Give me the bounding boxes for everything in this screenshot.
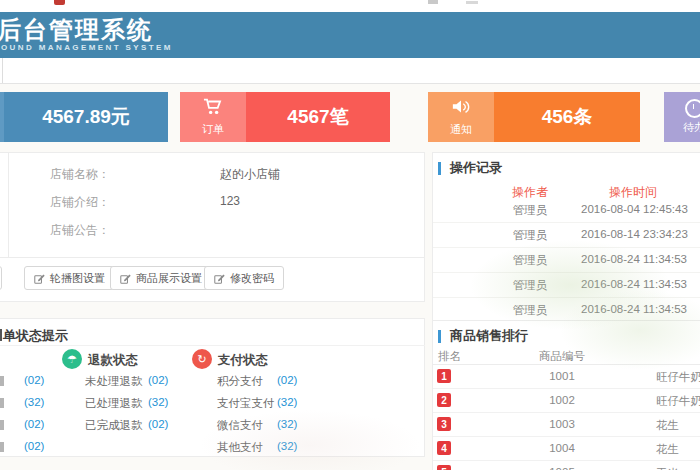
edit-icon bbox=[120, 273, 131, 284]
page-subtitle: OUND MANAGEMENT SYSTEM bbox=[1, 43, 173, 52]
op-user: 管理员 bbox=[495, 303, 565, 318]
carousel-settings-button[interactable]: 轮播图设置 bbox=[24, 266, 115, 290]
op-time: 2016-08-24 11:34:53 bbox=[581, 278, 685, 290]
op-user: 管理员 bbox=[495, 228, 565, 243]
card-label: 待办 bbox=[683, 120, 700, 135]
status-count-link[interactable]: (02) bbox=[148, 418, 168, 430]
rank-product-name: 花生 bbox=[656, 442, 679, 457]
status-group-name: 支付状态 bbox=[218, 352, 268, 369]
status-count-link[interactable]: (02) bbox=[148, 374, 168, 386]
card-icon-strip: 待办 bbox=[664, 92, 700, 142]
status-count-link[interactable]: (32) bbox=[277, 418, 297, 430]
status-label: 微信支付 bbox=[217, 418, 263, 433]
status-count-link[interactable]: (02) bbox=[24, 374, 44, 386]
op-time: 2016-08-24 11:34:53 bbox=[581, 303, 685, 315]
op-record-row: 管理员2016-08-24 11:34:53 bbox=[433, 247, 700, 273]
umbrella-icon: ☂ bbox=[62, 349, 82, 369]
page: 后台管理系统 OUND MANAGEMENT SYSTEM 4567.89元 订… bbox=[0, 0, 700, 470]
cart-icon bbox=[202, 97, 224, 120]
nav-item-sliver bbox=[2, 58, 3, 83]
card-value: 4567笔 bbox=[246, 92, 390, 142]
status-label: 其他支付 bbox=[217, 440, 263, 455]
edit-icon bbox=[214, 273, 225, 284]
status-label: 支付宝支付 bbox=[217, 396, 275, 411]
op-time: 2016-08-24 11:34:53 bbox=[581, 253, 685, 265]
rank-badge: 3 bbox=[437, 417, 451, 431]
status-count-link[interactable]: (32) bbox=[277, 396, 297, 408]
edit-icon bbox=[34, 273, 45, 284]
status-count-link[interactable]: (02) bbox=[277, 374, 297, 386]
accent-bar bbox=[438, 162, 441, 175]
shop-info-label: 店铺介绍： bbox=[50, 194, 110, 211]
browser-ui-sliver bbox=[466, 1, 478, 4]
sales-rank-row: 51005玉米 bbox=[433, 460, 700, 470]
rank-product-name: 旺仔牛奶 bbox=[656, 370, 700, 385]
refresh-icon: ↻ bbox=[192, 349, 212, 369]
stat-card-sales[interactable]: 4567.89元 bbox=[0, 92, 168, 142]
shop-panel-divider bbox=[8, 153, 9, 257]
shop-info-label: 店铺名称： bbox=[50, 166, 110, 183]
op-user: 管理员 bbox=[495, 253, 565, 268]
page-title: 后台管理系统 bbox=[0, 14, 153, 46]
sales-rank-row: 21002旺仔牛奶 bbox=[433, 388, 700, 413]
card-value: 4567.89元 bbox=[4, 92, 168, 142]
status-count-link[interactable]: (02) bbox=[24, 440, 44, 452]
sales-rank-row: 31003花生 bbox=[433, 412, 700, 437]
browser-ui-sliver bbox=[428, 0, 438, 4]
topbar bbox=[0, 0, 700, 12]
status-count-link[interactable]: (02) bbox=[24, 418, 44, 430]
clipped-settings-button[interactable] bbox=[0, 266, 2, 290]
card-label: 通知 bbox=[450, 122, 472, 137]
rank-sku: 1003 bbox=[522, 418, 602, 430]
shop-info-label: 店铺公告： bbox=[50, 222, 110, 239]
rank-product-name: 花生 bbox=[656, 418, 679, 433]
nav-strip bbox=[0, 58, 700, 84]
sales-rank-row: 41004花生 bbox=[433, 436, 700, 461]
speaker-icon bbox=[450, 97, 472, 120]
status-label: 已处理退款 bbox=[85, 396, 143, 411]
op-record-row: 管理员2016-08-24 11:34:53 bbox=[433, 272, 700, 298]
rank-col-header-rank: 排名 bbox=[438, 349, 461, 364]
clipped-label-sliver bbox=[0, 442, 4, 452]
status-count-link[interactable]: (32) bbox=[148, 396, 168, 408]
clock-icon bbox=[685, 99, 700, 118]
shop-info-value: 123 bbox=[220, 194, 240, 208]
rank-badge: 4 bbox=[437, 441, 451, 455]
status-count-link[interactable]: (32) bbox=[24, 396, 44, 408]
sales-rank-row: 11001旺仔牛奶 bbox=[433, 364, 700, 389]
op-time: 2016-08-14 23:34:23 bbox=[581, 228, 685, 240]
card-icon-strip: 订单 bbox=[180, 92, 246, 142]
browser-favicon-sliver bbox=[54, 0, 65, 5]
rank-badge: 2 bbox=[437, 393, 451, 407]
stat-card-orders[interactable]: 订单 4567笔 bbox=[180, 92, 390, 142]
accent-bar bbox=[438, 330, 441, 343]
order-status-title: 单状态提示 bbox=[3, 327, 68, 345]
sales-rank-title: 商品销售排行 bbox=[450, 327, 528, 345]
card-label: 订单 bbox=[202, 122, 224, 137]
status-label: 未处理退款 bbox=[85, 374, 143, 389]
change-password-button[interactable]: 修改密码 bbox=[204, 266, 284, 290]
product-display-settings-button[interactable]: 商品展示设置 bbox=[110, 266, 212, 290]
button-label: 修改密码 bbox=[230, 271, 274, 286]
status-label: 积分支付 bbox=[217, 374, 263, 389]
card-value: 456条 bbox=[494, 92, 640, 142]
status-group-name: 退款状态 bbox=[88, 352, 138, 369]
status-count-link[interactable]: (32) bbox=[277, 440, 297, 452]
clipped-char-sliver bbox=[0, 329, 2, 341]
button-label: 轮播图设置 bbox=[50, 271, 105, 286]
rank-col-header-sku: 商品编号 bbox=[522, 349, 602, 364]
op-time: 2016-08-04 12:45:43 bbox=[581, 203, 685, 215]
clipped-label-sliver bbox=[0, 376, 4, 386]
divider bbox=[0, 345, 425, 346]
stat-card-pending[interactable]: 待办 bbox=[664, 92, 700, 142]
clipped-label-sliver bbox=[0, 420, 4, 430]
stat-card-notice[interactable]: 通知 456条 bbox=[428, 92, 640, 142]
rank-sku: 1004 bbox=[522, 442, 602, 454]
status-label: 已完成退款 bbox=[85, 418, 143, 433]
op-user: 管理员 bbox=[495, 278, 565, 293]
shop-info-value: 赵的小店铺 bbox=[220, 166, 280, 183]
button-label: 商品展示设置 bbox=[136, 271, 202, 286]
op-record-row: 管理员2016-08-14 23:34:23 bbox=[433, 222, 700, 248]
clipped-label-sliver bbox=[0, 398, 4, 408]
rank-product-name: 旺仔牛奶 bbox=[656, 394, 700, 409]
